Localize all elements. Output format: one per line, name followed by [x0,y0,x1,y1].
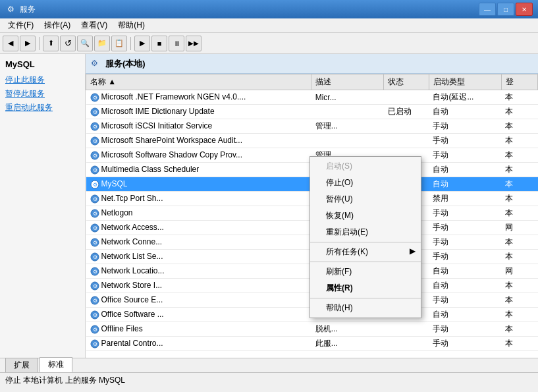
menu-help[interactable]: 帮助(H) [113,18,150,32]
cell-startup: 禁用 [429,192,501,206]
cell-logon: 本 [501,206,537,221]
stop-button[interactable]: ■ [151,36,167,51]
cell-status [384,119,429,134]
table-row[interactable]: ⚙Microsoft IME Dictionary Update 已启动 自动 … [86,105,538,119]
col-header-name[interactable]: 名称 ▲ [86,74,311,90]
toolbar-sep-1 [39,37,40,50]
cell-name: ⚙Offline Files [86,322,311,337]
cell-desc: 此服... [311,337,384,351]
table-row[interactable]: ⚙Offline Files 脱机... 手动 本 [86,322,538,337]
col-header-startup[interactable]: 启动类型 [429,74,501,90]
minimize-button[interactable]: — [479,3,496,16]
cell-name: ⚙Netlogon [86,206,311,221]
bottom-tabs: 扩展 标准 [0,358,538,372]
context-menu-item[interactable]: 帮助(H) [310,300,421,316]
svg-text:⚙: ⚙ [92,95,97,101]
cell-startup: 手动 [429,293,501,308]
close-button[interactable]: ✕ [516,3,533,16]
title-bar: ⚙ 服务 — □ ✕ [0,0,538,18]
cell-desc: 管理... [311,119,384,134]
col-header-desc[interactable]: 描述 [311,74,384,90]
cell-logon: 本 [501,279,537,293]
cell-name: ⚙Microsoft SharePoint Workspace Audit... [86,134,311,148]
selected-service-title: MySQL [5,59,80,69]
cell-startup: 自动 [429,264,501,279]
col-header-logon[interactable]: 登 [501,74,537,90]
table-row[interactable]: ⚙Microsoft SharePoint Workspace Audit...… [86,134,538,148]
resume-button[interactable]: ▶▶ [186,36,202,51]
pause-button[interactable]: ⏸ [169,36,184,51]
folder-button[interactable]: 📁 [94,36,110,51]
svg-text:⚙: ⚙ [92,254,97,260]
menu-action[interactable]: 操作(A) [39,18,76,32]
toolbar-sep-2 [130,37,131,50]
cell-startup: 自动 [429,105,501,119]
stop-service-link[interactable]: 停止此服务 [5,74,80,86]
cell-startup: 自动(延迟... [429,90,501,105]
left-panel: MySQL 停止此服务 暂停此服务 重启动此服务 [0,54,86,358]
svg-text:⚙: ⚙ [92,182,97,188]
panel-icon: ⚙ [91,59,101,69]
cell-startup: 手动 [429,337,501,351]
copy-button[interactable]: 📋 [111,36,127,51]
cell-startup: 手动 [429,148,501,163]
pause-service-link[interactable]: 暂停此服务 [5,88,80,99]
svg-text:⚙: ⚙ [92,225,97,231]
context-menu-item[interactable]: 所有任务(K)▶ [310,244,421,260]
cell-name: ⚙Network Access... [86,221,311,235]
table-row[interactable]: ⚙Microsoft iSCSI Initiator Service 管理...… [86,119,538,134]
table-row[interactable]: ⚙Parental Contro... 此服... 手动 本 [86,337,538,351]
context-menu-item[interactable]: 暂停(U) [310,191,421,208]
cell-startup: 手动 [429,206,501,221]
maximize-button[interactable]: □ [497,3,514,16]
search-button[interactable]: 🔍 [77,36,93,51]
menu-file[interactable]: 文件(F) [3,18,39,32]
cell-status [384,337,429,351]
forward-button[interactable]: ▶ [20,36,36,51]
cell-logon: 本 [501,322,537,337]
svg-text:⚙: ⚙ [92,341,97,347]
play-button[interactable]: ▶ [134,36,150,51]
app-icon: ⚙ [5,4,16,14]
cell-desc [311,134,384,148]
cell-startup: 手动 [429,134,501,148]
status-bar: 停止 本地计算机 上的服务 MySQL [0,372,538,388]
cell-logon: 本 [501,134,537,148]
svg-text:⚙: ⚙ [92,283,97,289]
cell-logon: 本 [501,293,537,308]
main-area: MySQL 停止此服务 暂停此服务 重启动此服务 ⚙ 服务(本地) 名称 ▲ 描… [0,54,538,358]
right-panel: ⚙ 服务(本地) 名称 ▲ 描述 状态 启动类型 登 ⚙Microsoft .N… [86,54,538,358]
svg-text:⚙: ⚙ [92,109,97,115]
tab-standard[interactable]: 标准 [40,357,72,372]
refresh-button[interactable]: ↺ [60,36,76,51]
cell-name: ⚙Microsoft Software Shadow Copy Prov... [86,148,311,163]
cell-logon: 本 [501,177,537,192]
context-menu-separator [310,262,421,262]
cell-name: ⚙Parental Contro... [86,337,311,351]
context-menu-item[interactable]: 停止(O) [310,175,421,191]
table-row[interactable]: ⚙Microsoft .NET Framework NGEN v4.0.... … [86,90,538,105]
panel-header: ⚙ 服务(本地) [86,54,538,74]
col-header-status[interactable]: 状态 [384,74,429,90]
menu-bar: 文件(F) 操作(A) 查看(V) 帮助(H) [0,18,538,33]
context-menu-item[interactable]: 恢复(M) [310,208,421,224]
context-menu-item[interactable]: 属性(R) [310,280,421,296]
menu-view[interactable]: 查看(V) [76,18,113,32]
cell-status [384,322,429,337]
restart-service-link[interactable]: 重启动此服务 [5,102,80,113]
cell-status [384,134,429,148]
cell-logon: 本 [501,148,537,163]
cell-name: ⚙Network Conne... [86,235,311,250]
context-menu-item[interactable]: 刷新(F) [310,264,421,280]
cell-status: 已启动 [384,105,429,119]
up-button[interactable]: ⬆ [43,36,59,51]
tab-expand[interactable]: 扩展 [5,358,38,372]
svg-text:⚙: ⚙ [92,240,97,246]
cell-logon: 本 [501,235,537,250]
back-button[interactable]: ◀ [3,36,18,51]
context-menu-item[interactable]: 重新启动(E) [310,224,421,240]
cell-startup: 自动 [429,177,501,192]
cell-name: ⚙Microsoft .NET Framework NGEN v4.0.... [86,90,311,105]
cell-name: ⚙Network List Se... [86,250,311,264]
cell-startup: 手动 [429,221,501,235]
